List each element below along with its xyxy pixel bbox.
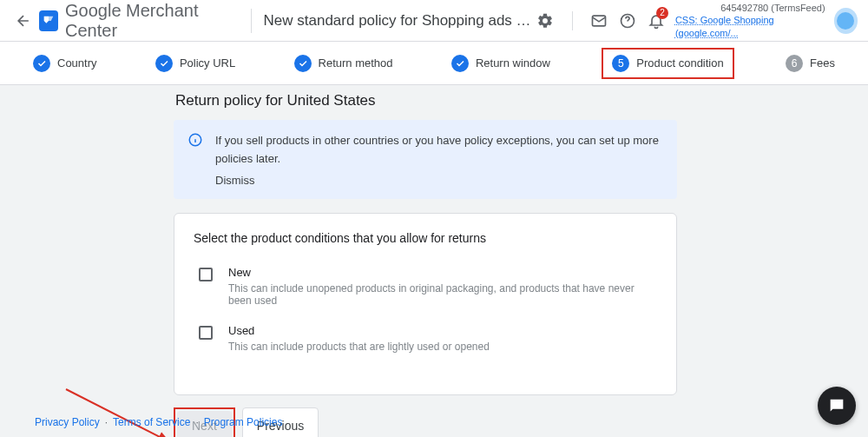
merchant-center-logo	[39, 10, 58, 31]
step-return-window[interactable]: Return window	[444, 51, 557, 76]
card-title: Select the product conditions that you a…	[194, 231, 657, 245]
info-text: If you sell products in other countries …	[215, 132, 663, 169]
option-new: New This can include unopened products i…	[199, 266, 657, 307]
header-divider	[572, 11, 573, 30]
help-icon[interactable]	[613, 5, 641, 36]
header-divider	[251, 9, 252, 33]
check-icon	[155, 55, 173, 72]
option-used: Used This can include products that are …	[199, 324, 657, 353]
program-policies-link[interactable]: Program Policies	[204, 416, 283, 428]
account-id: 645492780 (TermsFeed)	[720, 2, 825, 14]
step-fees[interactable]: 6 Fees	[779, 51, 842, 76]
step-country[interactable]: Country	[26, 51, 104, 76]
option-label: Used	[228, 324, 490, 337]
footer-links: Privacy Policy · Terms of Service · Prog…	[35, 416, 282, 428]
option-desc: This can include products that are light…	[228, 341, 490, 353]
page-title: New standard policy for Shopping ads and…	[264, 12, 531, 30]
dismiss-link[interactable]: Dismiss	[215, 174, 663, 187]
account-info: 645492780 (TermsFeed) CSS: Google Shoppi…	[675, 2, 825, 39]
section-title: Return policy for United States	[175, 92, 677, 109]
notifications-icon[interactable]: 2	[641, 5, 670, 36]
checkbox-new[interactable]	[199, 268, 213, 281]
brand-text: Google Merchant Center	[65, 1, 239, 41]
stepper: Country Policy URL Return method Return …	[0, 42, 868, 85]
step-label: Product condition	[636, 56, 723, 70]
step-product-condition[interactable]: 5 Product condition	[602, 48, 733, 79]
step-number: 5	[612, 55, 629, 72]
step-label: Return window	[476, 56, 550, 70]
info-banner: If you sell products in other countries …	[174, 120, 677, 199]
info-icon	[187, 132, 203, 148]
step-label: Country	[57, 56, 97, 70]
checkbox-used[interactable]	[199, 326, 213, 340]
option-label: New	[228, 266, 657, 279]
conditions-card: Select the product conditions that you a…	[174, 213, 677, 395]
mail-icon[interactable]	[585, 5, 614, 36]
step-label: Return method	[319, 56, 393, 70]
step-number: 6	[786, 55, 803, 72]
settings-icon[interactable]	[531, 5, 560, 36]
annotation-arrow	[66, 389, 187, 437]
option-desc: This can include unopened products in or…	[228, 282, 657, 307]
check-icon	[33, 55, 50, 72]
privacy-policy-link[interactable]: Privacy Policy	[35, 416, 100, 428]
content-area: Return policy for United States If you s…	[0, 85, 868, 437]
notification-badge: 2	[656, 7, 668, 19]
app-header: Google Merchant Center New standard poli…	[0, 0, 868, 42]
svg-line-3	[66, 389, 168, 437]
chat-fab[interactable]	[818, 387, 856, 425]
step-label: Fees	[810, 56, 835, 70]
step-policy-url[interactable]: Policy URL	[148, 51, 242, 76]
step-label: Policy URL	[180, 56, 235, 70]
css-link[interactable]: CSS: Google Shopping (google.com/...	[675, 14, 825, 39]
check-icon	[451, 55, 469, 72]
back-button[interactable]	[10, 7, 36, 35]
avatar[interactable]	[834, 8, 858, 34]
step-return-method[interactable]: Return method	[287, 51, 400, 76]
check-icon	[294, 55, 312, 72]
terms-link[interactable]: Terms of Service	[113, 416, 190, 428]
